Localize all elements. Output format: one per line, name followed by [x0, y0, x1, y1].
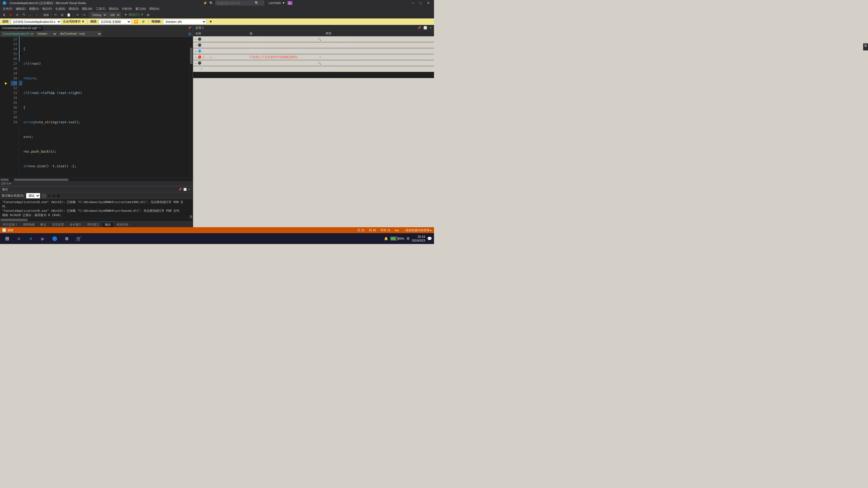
- close-button[interactable]: ✕: [425, 0, 432, 6]
- search-button[interactable]: ○: [14, 234, 24, 243]
- menu-tools[interactable]: 工具(T): [94, 6, 107, 11]
- output-clear-btn[interactable]: ⬛: [42, 194, 46, 198]
- toolbar-cut[interactable]: ✂: [53, 12, 59, 18]
- quick-launch-search[interactable]: 🔍: [215, 1, 264, 5]
- output-hscroll-thumb[interactable]: [1, 219, 28, 221]
- taskbar-notification-icon[interactable]: 🔔: [384, 237, 388, 240]
- menu-build[interactable]: 生成(B): [54, 6, 67, 11]
- tab-callstack[interactable]: 调用堆栈: [20, 222, 38, 227]
- taskbar-lang[interactable]: 英: [407, 237, 410, 241]
- output-vscrollbar[interactable]: [189, 199, 193, 218]
- toolbar-continue[interactable]: ▶ 继续(C) ▼: [124, 12, 145, 18]
- watch-cell-n-name[interactable]: 🔹 n: [193, 67, 247, 71]
- toolbar-step-over[interactable]: ↷: [21, 12, 27, 18]
- editor-vscroll-thumb[interactable]: [190, 48, 192, 64]
- event-dropdown-btn[interactable]: 生命周期事件 ▼: [63, 20, 85, 24]
- watch-cell-root-name[interactable]: ▶ 🔷 root: [193, 50, 247, 53]
- menu-debug[interactable]: 调试(D): [67, 6, 80, 11]
- vs-taskbar-button[interactable]: ▶: [38, 234, 48, 243]
- watch-t-search-icon[interactable]: 🔍: [317, 61, 321, 65]
- editor-hscroll-area[interactable]: [14, 178, 68, 181]
- start-button[interactable]: ⊞: [2, 234, 12, 243]
- menu-edit[interactable]: 编辑(E): [14, 6, 27, 11]
- output-close-btn[interactable]: ✕: [188, 188, 190, 191]
- toolbar-paste[interactable]: 📋: [66, 12, 72, 18]
- watch-s-search-icon[interactable]: 🔍: [317, 37, 321, 41]
- toolbar-pause[interactable]: ⏸: [1, 12, 7, 18]
- chrome-button[interactable]: 🔵: [50, 234, 60, 243]
- output-wrap-btn[interactable]: ↩: [48, 194, 51, 198]
- action-center-icon[interactable]: 💬: [427, 236, 432, 241]
- fold-25-btn[interactable]: ⊟: [19, 52, 22, 56]
- expand-error-icon[interactable]: ▶: [195, 56, 197, 59]
- config-dropdown[interactable]: Debug: [90, 12, 107, 18]
- platform-dropdown[interactable]: x86: [108, 12, 121, 18]
- edge-button[interactable]: e: [26, 234, 36, 243]
- watch-cell-t-name[interactable]: ▶ ⚫ t: [193, 61, 247, 65]
- watch-close-btn[interactable]: ✕: [429, 26, 432, 30]
- toolbar-step-out[interactable]: ↑: [34, 12, 40, 18]
- menu-team[interactable]: 团队(M): [80, 6, 94, 11]
- menu-view[interactable]: 视图(V): [27, 6, 41, 11]
- watch-pin-btn[interactable]: 📌: [417, 26, 421, 30]
- toolbar-attach[interactable]: ⊕: [145, 12, 151, 18]
- process-dropdown[interactable]: [12164] ConsoleApplication16.e: [11, 19, 61, 24]
- menu-help[interactable]: 帮助(H): [148, 6, 161, 11]
- menu-window[interactable]: 窗口(W): [134, 6, 148, 11]
- editor-vscrollbar[interactable]: [189, 37, 193, 178]
- toolbar-step-into[interactable]: ↓: [27, 12, 33, 18]
- tab-parallel-watch[interactable]: 并行监视 1: [0, 222, 20, 227]
- watch-cell-res-name[interactable]: ▶ ⚫ res: [193, 43, 247, 47]
- tab-breakpoints[interactable]: 断点: [38, 222, 50, 227]
- minimize-button[interactable]: ─: [410, 0, 416, 6]
- tab-command[interactable]: 命令窗口: [67, 222, 85, 227]
- editor-hscroll-thumb[interactable]: [1, 178, 9, 181]
- editor-hscrollbar[interactable]: [0, 178, 193, 181]
- watch-float-btn[interactable]: ⬜: [424, 26, 427, 30]
- watch-cell-s-name[interactable]: ▶ ⚫ s: [193, 37, 247, 41]
- menu-analyze[interactable]: 分析(N): [120, 6, 133, 11]
- filter-threads-btn[interactable]: 🔽: [133, 20, 139, 24]
- status-add-to-source[interactable]: ↑ 添加到源代码管理 ▸: [403, 228, 432, 232]
- quick-launch-input[interactable]: [217, 1, 255, 5]
- output-settings-btn[interactable]: ⚙: [57, 194, 60, 198]
- menu-test[interactable]: 测试(S): [107, 6, 120, 11]
- watch-s-expand-type-icon[interactable]: ▼: [430, 37, 432, 41]
- split-editor-btn[interactable]: ⊟: [188, 32, 191, 36]
- watch-cell-error-name[interactable]: ▶ 🔴 {...}: [193, 55, 247, 59]
- expand-t-icon[interactable]: ▶: [195, 62, 197, 65]
- expand-s-icon[interactable]: ▶: [195, 38, 197, 41]
- method-dropdown[interactable]: dfs(TreeNode * root): [58, 31, 102, 36]
- zoom-dropdown-icon[interactable]: ▼: [9, 182, 11, 185]
- tab-output[interactable]: 输出: [102, 222, 114, 227]
- editor-tab-cpp[interactable]: ConsoleApplication16.cpp* ✕: [0, 25, 43, 31]
- watch-error-refresh-icon[interactable]: ↺: [319, 55, 321, 59]
- toolbar-undo[interactable]: ↩: [74, 12, 81, 18]
- output-float-btn[interactable]: ⬜: [183, 188, 187, 191]
- output-filter-btn[interactable]: ≡: [53, 194, 55, 198]
- settings-button[interactable]: ⚙: [62, 234, 72, 243]
- output-pin-btn[interactable]: 📌: [179, 188, 182, 191]
- output-source-select[interactable]: 调试: [26, 193, 40, 198]
- toolbar-format[interactable]: ⊞⊞: [42, 12, 50, 18]
- toolbar-restart[interactable]: ↺: [14, 12, 20, 18]
- tab-exception[interactable]: 异常设置: [50, 222, 67, 227]
- tab-immediate[interactable]: 即时窗口: [85, 222, 102, 227]
- expand-res-icon[interactable]: ▶: [195, 44, 197, 46]
- maximize-button[interactable]: □: [417, 0, 424, 6]
- stack-dropdown[interactable]: Solution::dfs: [163, 19, 207, 24]
- thread-refresh-btn[interactable]: ↺: [141, 20, 146, 24]
- thread-dropdown[interactable]: [12316] 主线程: [99, 19, 131, 24]
- watch-empty-row[interactable]: [193, 72, 434, 78]
- stack-expand-btn[interactable]: ▼: [208, 20, 214, 24]
- store-button[interactable]: 🛒: [74, 234, 84, 243]
- tab-cpp-close[interactable]: ✕: [39, 27, 41, 30]
- code-editor[interactable]: { if (!root) return; if (!root->left && …: [22, 37, 189, 178]
- menu-file[interactable]: 文件(F): [1, 6, 14, 11]
- expand-root-icon[interactable]: ▶: [195, 50, 197, 53]
- output-vscroll-thumb[interactable]: [190, 215, 192, 218]
- output-hscrollbar[interactable]: [0, 218, 193, 221]
- tab-error-list[interactable]: 错误列表: [114, 222, 131, 227]
- namespace-dropdown[interactable]: Solution: [35, 31, 57, 36]
- toolbar-copy[interactable]: ⧉: [59, 12, 65, 18]
